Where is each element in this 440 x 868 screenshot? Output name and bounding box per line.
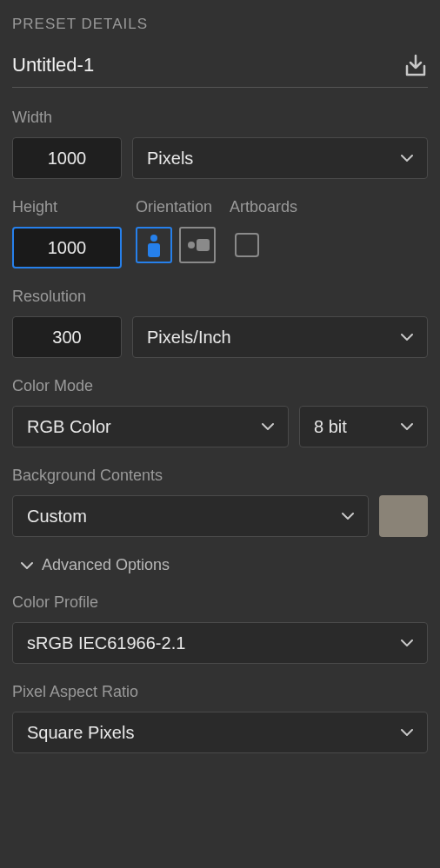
height-input[interactable] <box>12 227 122 268</box>
chevron-down-icon <box>401 726 413 739</box>
resolution-input[interactable] <box>12 316 122 358</box>
background-section: Background Contents Custom <box>12 467 428 537</box>
svg-point-2 <box>188 242 195 248</box>
pixel-aspect-label: Pixel Aspect Ratio <box>12 683 428 701</box>
svg-rect-1 <box>148 243 160 257</box>
chevron-down-icon <box>401 637 413 649</box>
width-label: Width <box>12 109 428 127</box>
resolution-unit-value: Pixels/Inch <box>147 328 231 348</box>
background-value: Custom <box>27 507 87 527</box>
pixel-aspect-dropdown[interactable]: Square Pixels <box>12 712 428 753</box>
resolution-section: Resolution Pixels/Inch <box>12 288 428 358</box>
orientation-portrait-button[interactable] <box>136 227 172 263</box>
background-label: Background Contents <box>12 467 428 485</box>
color-mode-section: Color Mode RGB Color 8 bit <box>12 377 428 447</box>
height-label: Height <box>12 198 122 216</box>
color-mode-label: Color Mode <box>12 377 428 395</box>
orientation-label: Orientation <box>136 198 216 216</box>
bit-depth-dropdown[interactable]: 8 bit <box>299 406 428 447</box>
color-profile-value: sRGB IEC61966-2.1 <box>27 633 185 653</box>
height-orientation-artboards-row: Height Orientation Artboards <box>12 198 428 268</box>
resolution-unit-dropdown[interactable]: Pixels/Inch <box>132 316 428 358</box>
svg-point-0 <box>150 235 157 242</box>
chevron-down-icon <box>21 560 33 572</box>
pixel-aspect-value: Square Pixels <box>27 723 134 743</box>
width-input[interactable] <box>12 137 122 179</box>
width-section: Width Pixels <box>12 109 428 179</box>
color-mode-dropdown[interactable]: RGB Color <box>12 406 289 447</box>
save-preset-icon[interactable] <box>403 54 428 76</box>
orientation-landscape-button[interactable] <box>179 227 216 263</box>
background-color-swatch[interactable] <box>379 495 428 537</box>
chevron-down-icon <box>401 152 413 164</box>
chevron-down-icon <box>401 421 413 433</box>
panel-title: PRESET DETAILS <box>12 16 428 33</box>
color-profile-label: Color Profile <box>12 593 428 612</box>
advanced-options-toggle[interactable]: Advanced Options <box>21 556 428 574</box>
svg-rect-3 <box>197 239 210 251</box>
color-profile-section: Color Profile sRGB IEC61966-2.1 <box>12 593 428 664</box>
preset-name-input[interactable] <box>12 54 403 76</box>
chevron-down-icon <box>342 510 354 522</box>
color-profile-dropdown[interactable]: sRGB IEC61966-2.1 <box>12 622 428 664</box>
background-dropdown[interactable]: Custom <box>12 495 369 537</box>
pixel-aspect-section: Pixel Aspect Ratio Square Pixels <box>12 683 428 753</box>
chevron-down-icon <box>262 421 274 433</box>
artboards-label: Artboards <box>230 198 297 216</box>
chevron-down-icon <box>401 331 413 343</box>
artboards-checkbox[interactable] <box>235 233 259 257</box>
preset-name-row <box>12 54 428 88</box>
width-unit-value: Pixels <box>147 149 193 169</box>
color-mode-value: RGB Color <box>27 417 111 437</box>
resolution-label: Resolution <box>12 288 428 306</box>
bit-depth-value: 8 bit <box>314 417 347 437</box>
width-unit-dropdown[interactable]: Pixels <box>132 137 428 179</box>
advanced-options-label: Advanced Options <box>42 556 170 574</box>
